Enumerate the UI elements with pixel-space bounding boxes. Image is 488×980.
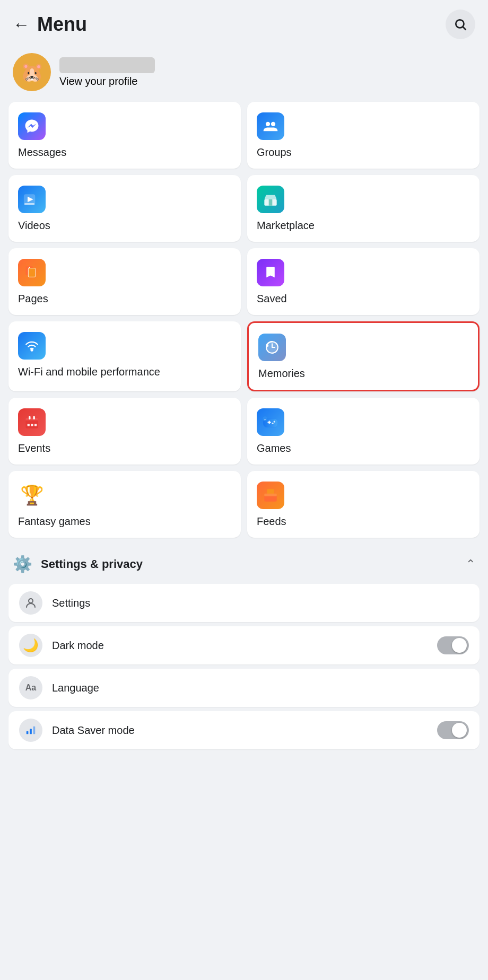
header-left: ← Menu bbox=[13, 13, 87, 36]
svg-rect-16 bbox=[25, 421, 38, 422]
settings-item-data-saver[interactable]: Data Saver mode bbox=[8, 711, 480, 749]
messenger-icon bbox=[18, 112, 46, 140]
svg-rect-33 bbox=[264, 494, 276, 496]
svg-point-34 bbox=[29, 599, 33, 603]
games-icon: + bbox=[257, 408, 284, 436]
settings-header-left: ⚙️ Settings & privacy bbox=[13, 555, 143, 573]
menu-item-marketplace[interactable]: Marketplace bbox=[247, 175, 480, 242]
language-icon: Aa bbox=[19, 676, 42, 699]
settings-item-left: Aa Language bbox=[19, 676, 99, 699]
profile-name-blur bbox=[59, 57, 155, 73]
data-saver-icon bbox=[19, 719, 42, 742]
svg-rect-20 bbox=[31, 424, 33, 426]
marketplace-label: Marketplace bbox=[257, 218, 470, 232]
view-profile-link[interactable]: View your profile bbox=[59, 75, 155, 88]
data-saver-toggle[interactable] bbox=[437, 721, 469, 739]
groups-icon bbox=[257, 112, 284, 140]
svg-rect-17 bbox=[29, 416, 30, 419]
svg-rect-31 bbox=[264, 495, 276, 502]
settings-section: ⚙️ Settings & privacy ⌃ Settings 🌙 Dark bbox=[0, 544, 488, 749]
person-icon bbox=[19, 591, 42, 615]
page-title: Menu bbox=[37, 13, 87, 36]
toggle-thumb bbox=[452, 638, 467, 653]
settings-item-left: Data Saver mode bbox=[19, 719, 135, 742]
search-button[interactable] bbox=[446, 10, 475, 39]
profile-row[interactable]: 🐹 View your profile bbox=[0, 45, 488, 102]
svg-rect-37 bbox=[33, 727, 36, 734]
menu-item-feeds[interactable]: Feeds bbox=[247, 471, 480, 538]
wifi-label: Wi-Fi and mobile performance bbox=[18, 365, 231, 379]
groups-label: Groups bbox=[257, 145, 470, 159]
dark-mode-label: Dark mode bbox=[52, 640, 104, 652]
menu-item-fantasy[interactable]: 🏆 Fantasy games bbox=[8, 471, 241, 538]
settings-label: Settings bbox=[52, 597, 90, 609]
svg-rect-35 bbox=[27, 731, 29, 734]
settings-item-dark-mode[interactable]: 🌙 Dark mode bbox=[8, 626, 480, 664]
back-button[interactable]: ← bbox=[13, 16, 30, 33]
search-icon bbox=[454, 18, 467, 31]
svg-rect-19 bbox=[28, 424, 30, 426]
svg-rect-25 bbox=[269, 421, 270, 424]
svg-rect-18 bbox=[33, 416, 35, 419]
svg-line-1 bbox=[463, 27, 466, 30]
menu-item-pages[interactable]: Pages bbox=[8, 248, 241, 315]
wifi-icon bbox=[18, 332, 46, 360]
svg-rect-8 bbox=[269, 199, 273, 206]
saved-label: Saved bbox=[257, 292, 470, 305]
moon-icon: 🌙 bbox=[19, 634, 42, 657]
settings-item-left: Settings bbox=[19, 591, 90, 615]
avatar: 🐹 bbox=[13, 53, 51, 91]
saved-icon bbox=[257, 259, 284, 286]
events-label: Events bbox=[18, 441, 231, 455]
svg-point-11 bbox=[31, 349, 33, 352]
games-label: Games bbox=[257, 441, 470, 455]
settings-title: Settings & privacy bbox=[41, 557, 143, 571]
gear-icon: ⚙️ bbox=[13, 555, 32, 573]
data-saver-label: Data Saver mode bbox=[52, 724, 135, 737]
svg-rect-21 bbox=[34, 424, 37, 426]
pages-label: Pages bbox=[18, 292, 231, 305]
feeds-label: Feeds bbox=[257, 514, 470, 528]
menu-item-saved[interactable]: Saved bbox=[247, 248, 480, 315]
menu-item-videos[interactable]: Videos bbox=[8, 175, 241, 242]
memories-icon bbox=[258, 334, 286, 361]
svg-rect-36 bbox=[30, 729, 32, 734]
svg-rect-6 bbox=[24, 203, 35, 205]
menu-item-wifi[interactable]: Wi-Fi and mobile performance bbox=[8, 321, 241, 391]
menu-item-games[interactable]: + Games bbox=[247, 398, 480, 465]
settings-list: Settings 🌙 Dark mode Aa Language bbox=[0, 584, 488, 749]
memories-label: Memories bbox=[258, 366, 468, 380]
videos-label: Videos bbox=[18, 218, 231, 232]
fantasy-icon: 🏆 bbox=[18, 482, 46, 509]
menu-item-events[interactable]: Events bbox=[8, 398, 241, 465]
menu-grid: Messages Groups Videos bbox=[0, 102, 488, 538]
videos-icon bbox=[18, 186, 46, 213]
chevron-up-icon: ⌃ bbox=[466, 557, 475, 571]
settings-item-language[interactable]: Aa Language bbox=[8, 669, 480, 707]
svg-point-26 bbox=[274, 421, 275, 423]
fantasy-label: Fantasy games bbox=[18, 514, 231, 528]
profile-info: View your profile bbox=[59, 57, 155, 88]
menu-item-groups[interactable]: Groups bbox=[247, 102, 480, 169]
dark-mode-toggle[interactable] bbox=[437, 636, 469, 654]
menu-item-memories[interactable]: Memories bbox=[247, 321, 480, 391]
events-icon bbox=[18, 408, 46, 436]
svg-point-27 bbox=[272, 423, 273, 424]
marketplace-icon bbox=[257, 186, 284, 213]
settings-header[interactable]: ⚙️ Settings & privacy ⌃ bbox=[0, 544, 488, 584]
svg-point-3 bbox=[271, 122, 275, 126]
toggle-thumb bbox=[452, 723, 467, 738]
messages-label: Messages bbox=[18, 145, 231, 159]
header: ← Menu bbox=[0, 0, 488, 45]
feeds-icon bbox=[257, 482, 284, 509]
settings-item-settings[interactable]: Settings bbox=[8, 584, 480, 622]
menu-item-messages[interactable]: Messages bbox=[8, 102, 241, 169]
svg-rect-10 bbox=[28, 268, 35, 277]
language-label: Language bbox=[52, 682, 99, 694]
svg-point-2 bbox=[266, 122, 270, 126]
pages-icon bbox=[18, 259, 46, 286]
settings-item-left: 🌙 Dark mode bbox=[19, 634, 104, 657]
